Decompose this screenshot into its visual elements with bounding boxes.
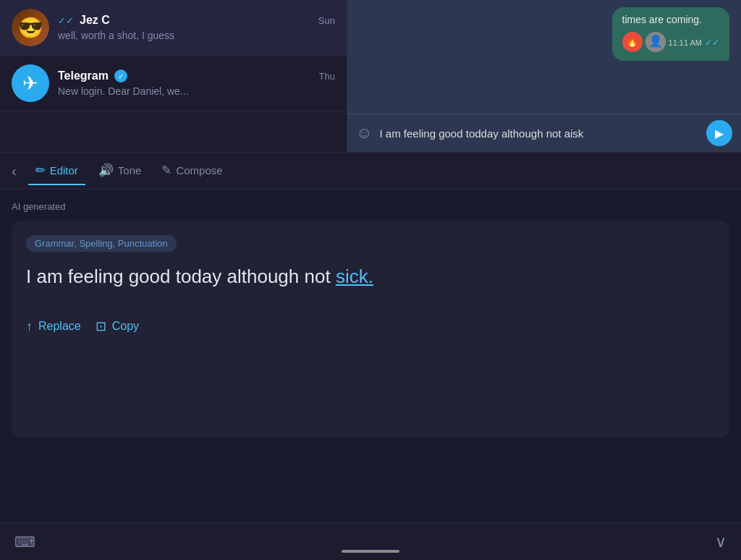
ai-panel: AI generated Grammar, Spelling, Punctuat…: [0, 190, 741, 449]
copy-button[interactable]: ⊡ Copy: [96, 318, 139, 334]
tab-compose[interactable]: ✎ Compose: [154, 157, 229, 185]
corrected-text-before: I am feeling good today although not: [26, 266, 336, 287]
chat-header-jez: ✓✓ Jez C Sun: [58, 14, 335, 27]
corrected-word: sick.: [336, 266, 373, 287]
chat-time-jez: Sun: [318, 15, 335, 26]
ai-corrected-text: I am feeling good today although not sic…: [26, 263, 715, 289]
send-button[interactable]: ▶: [706, 120, 732, 146]
mini-avatar-fire: 🔥: [622, 32, 643, 52]
send-icon: ▶: [715, 127, 724, 140]
chat-preview-jez: well, worth a shot, I guess: [58, 30, 335, 41]
chat-list: 😎 ✓✓ Jez C Sun well, worth a shot, I gue…: [0, 0, 347, 152]
mini-avatar-person: 👤: [645, 32, 666, 52]
check-marks-jez: ✓✓: [58, 15, 74, 26]
ai-label: AI generated: [12, 201, 729, 212]
message-bubble-top: times are coming. 🔥 👤 11:11 AM ✓✓: [612, 7, 729, 61]
scroll-indicator: [342, 550, 399, 553]
editor-icon: ✏: [35, 163, 46, 178]
bubble-avatars: 🔥 👤: [622, 32, 666, 52]
replace-button[interactable]: ↑ Replace: [26, 319, 81, 334]
back-button[interactable]: ‹: [12, 163, 17, 179]
avatar-jez: 😎: [12, 9, 49, 46]
toolbar: ‹ ✏ Editor 🔊 Tone ✎ Compose: [0, 152, 741, 190]
tag-pill[interactable]: Grammar, Spelling, Punctuation: [26, 235, 177, 252]
chat-item-telegram[interactable]: ✈ Telegram ✓ Thu New login. Dear Daniel,…: [0, 56, 347, 111]
tone-icon: 🔊: [98, 163, 114, 178]
tab-tone[interactable]: 🔊 Tone: [91, 157, 149, 185]
verified-badge-telegram: ✓: [114, 69, 127, 82]
ai-content-box: Grammar, Spelling, Punctuation I am feel…: [12, 221, 729, 438]
tab-editor[interactable]: ✏ Editor: [28, 157, 85, 185]
replace-label: Replace: [38, 320, 81, 333]
message-input[interactable]: [379, 127, 699, 140]
bottom-bar: ⌨ ∨: [0, 522, 741, 560]
input-area-top: ☺ ▶: [347, 114, 741, 152]
action-bar: ↑ Replace ⊡ Copy: [26, 307, 715, 334]
telegram-logo-icon: ✈: [22, 72, 38, 95]
chat-area-top: times are coming. 🔥 👤 11:11 AM ✓✓: [347, 0, 741, 152]
avatar-telegram: ✈: [12, 64, 49, 102]
tab-editor-label: Editor: [50, 164, 78, 177]
keyboard-icon[interactable]: ⌨: [14, 533, 35, 551]
chat-name-telegram: Telegram: [58, 69, 109, 82]
chat-info-jez: ✓✓ Jez C Sun well, worth a shot, I guess: [58, 14, 335, 41]
emoji-button[interactable]: ☺: [356, 124, 372, 143]
chat-header-telegram: Telegram ✓ Thu: [58, 69, 335, 82]
bubble-text-top: times are coming.: [622, 13, 719, 27]
chat-preview-telegram: New login. Dear Daniel, we...: [58, 85, 335, 97]
top-section: 😎 ✓✓ Jez C Sun well, worth a shot, I gue…: [0, 0, 741, 152]
chat-item-jez[interactable]: 😎 ✓✓ Jez C Sun well, worth a shot, I gue…: [0, 0, 347, 56]
bubble-check-icon: ✓✓: [705, 37, 719, 49]
bubble-bottom: 🔥 👤 11:11 AM ✓✓: [622, 32, 719, 55]
tab-tone-label: Tone: [118, 164, 142, 177]
compose-icon: ✎: [161, 163, 172, 178]
copy-label: Copy: [112, 320, 139, 333]
chat-info-telegram: Telegram ✓ Thu New login. Dear Daniel, w…: [58, 69, 335, 97]
chevron-down-icon[interactable]: ∨: [715, 533, 727, 551]
bubble-time: 11:11 AM: [669, 38, 702, 48]
avatar-emoji: 😎: [18, 16, 43, 40]
replace-icon: ↑: [26, 319, 33, 334]
message-bubble-area: times are coming. 🔥 👤 11:11 AM ✓✓: [347, 0, 741, 114]
copy-icon: ⊡: [96, 318, 106, 334]
chat-time-telegram: Thu: [319, 71, 335, 82]
tab-compose-label: Compose: [176, 164, 222, 177]
chat-name-jez: Jez C: [80, 14, 110, 27]
